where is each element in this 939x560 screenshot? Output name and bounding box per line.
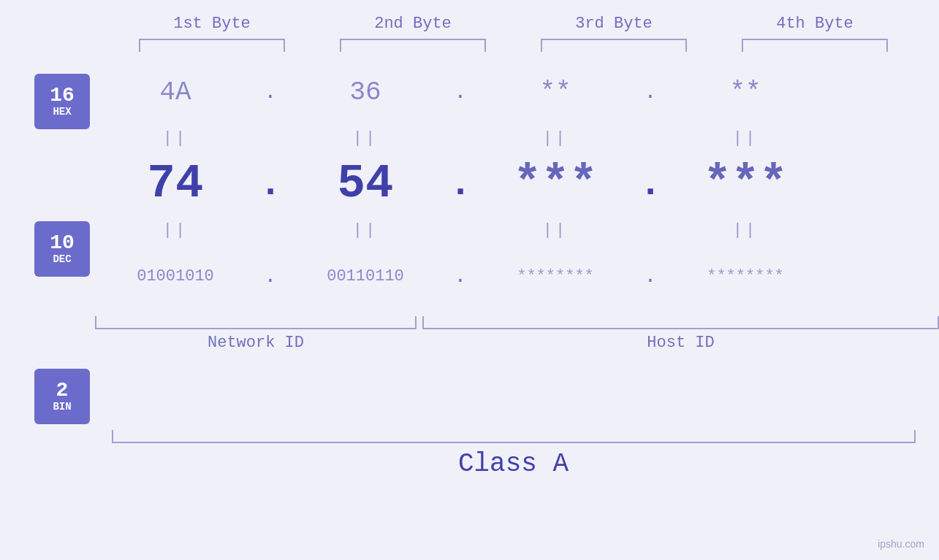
hex-badge-label: HEX — [53, 106, 71, 118]
bin-row: 01001010 . 00110110 . ******** . *******… — [95, 243, 939, 309]
bracket-byte3 — [541, 39, 687, 52]
dec-badge-label: DEC — [53, 253, 71, 266]
byte-headers: 1st Byte 2nd Byte 3rd Byte 4th Byte — [112, 15, 916, 33]
dec-badge-number: 10 — [50, 233, 75, 253]
bracket-byte1 — [139, 39, 285, 52]
hex-b3: ** — [475, 77, 636, 107]
dec-row: 74 . 54 . *** . *** — [95, 151, 939, 217]
bracket-byte2 — [340, 39, 486, 52]
eq1-b2: || — [285, 129, 446, 147]
eq1-b3: || — [475, 129, 636, 147]
host-id-label: Host ID — [422, 334, 939, 352]
dec-badge: 10 DEC — [34, 221, 90, 277]
dec-b1: 74 — [95, 158, 256, 210]
eq2-b2: || — [285, 221, 446, 239]
network-id-label: Network ID — [95, 334, 417, 352]
network-bracket — [95, 316, 417, 329]
hex-row: 4A . 36 . ** . ** — [95, 59, 939, 125]
eq1-b1: || — [95, 129, 256, 147]
eq1-b4: || — [665, 129, 826, 147]
bin-sep1: . — [256, 265, 285, 288]
bin-badge: 2 BIN — [34, 369, 90, 424]
eq2-b4: || — [665, 221, 826, 239]
hex-sep2: . — [446, 81, 475, 104]
equals-row-2: || || || || — [95, 217, 939, 243]
byte1-header: 1st Byte — [132, 15, 292, 33]
byte3-header: 3rd Byte — [533, 15, 694, 33]
content-area: 16 HEX 10 DEC 2 BIN 4A . — [0, 59, 939, 424]
hex-b1: 4A — [95, 77, 256, 107]
bin-sep3: . — [636, 265, 665, 288]
bottom-labels: Network ID Host ID — [95, 334, 939, 352]
bracket-byte4 — [742, 39, 888, 52]
bin-b2: 00110110 — [285, 267, 446, 285]
dec-sep1: . — [256, 163, 285, 206]
eq2-b1: || — [95, 221, 256, 239]
badges-column: 16 HEX 10 DEC 2 BIN — [0, 59, 95, 424]
rows-container: 4A . 36 . ** . ** || || — [95, 59, 939, 352]
hex-sep1: . — [256, 81, 285, 104]
byte2-header: 2nd Byte — [332, 15, 493, 33]
hex-badge: 16 HEX — [34, 74, 90, 129]
host-bracket — [422, 316, 939, 329]
bin-b3: ******** — [475, 267, 636, 285]
dec-sep3: . — [636, 163, 665, 206]
watermark: ipshu.com — [878, 538, 924, 550]
hex-b2: 36 — [285, 77, 446, 107]
class-label: Class A — [112, 449, 916, 479]
bottom-brackets — [95, 316, 939, 329]
hex-sep3: . — [636, 81, 665, 104]
bin-badge-number: 2 — [56, 380, 69, 401]
bin-b1: 01001010 — [95, 267, 256, 285]
eq2-b3: || — [475, 221, 636, 239]
byte4-header: 4th Byte — [734, 15, 895, 33]
bin-sep2: . — [446, 265, 475, 288]
dec-b2: 54 — [285, 158, 446, 210]
dec-sep2: . — [446, 163, 475, 206]
dec-b3: *** — [475, 158, 636, 210]
outer-bracket — [112, 430, 916, 443]
bin-badge-label: BIN — [53, 401, 71, 413]
top-brackets — [112, 39, 916, 52]
equals-row-1: || || || || — [95, 125, 939, 151]
hex-badge-number: 16 — [50, 85, 75, 106]
hex-b4: ** — [665, 77, 826, 107]
bin-b4: ******** — [665, 267, 826, 285]
dec-b4: *** — [665, 158, 826, 210]
main-container: 1st Byte 2nd Byte 3rd Byte 4th Byte 16 H… — [0, 0, 939, 560]
bottom-section: Network ID Host ID — [95, 316, 939, 352]
